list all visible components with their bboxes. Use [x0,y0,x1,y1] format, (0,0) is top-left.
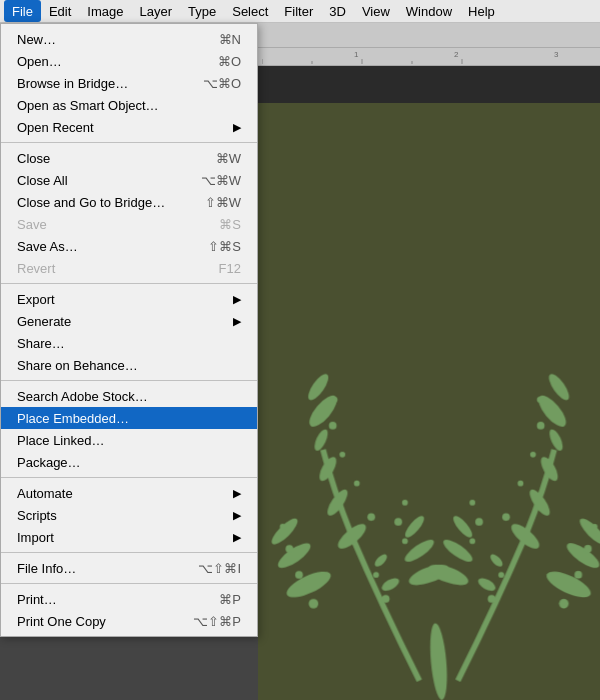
svg-point-9 [334,520,369,553]
menu-item-print[interactable]: Print… ⌘P [1,588,257,610]
svg-point-51 [283,566,334,602]
menubar-window[interactable]: Window [398,0,460,22]
menubar-file[interactable]: File [4,0,41,22]
menu-item-search-stock[interactable]: Search Adobe Stock… [1,385,257,407]
menu-shortcut: ⇧⌘S [188,239,241,254]
menu-item-label: Open… [17,54,62,69]
menubar-3d[interactable]: 3D [321,0,354,22]
menu-item-label: Save As… [17,239,78,254]
svg-point-32 [426,560,471,589]
menu-item-label: Place Embedded… [17,411,129,426]
menu-shortcut: ⇧⌘W [185,195,241,210]
svg-point-53 [268,515,301,548]
menu-item-new[interactable]: New… ⌘N [1,28,257,50]
menu-item-browse-bridge[interactable]: Browse in Bridge… ⌥⌘O [1,72,257,94]
menu-item-package[interactable]: Package… [1,451,257,473]
menu-separator [1,283,257,284]
menu-item-label: Share on Behance… [17,358,138,373]
menubar-edit[interactable]: Edit [41,0,79,22]
svg-point-37 [402,538,408,544]
submenu-arrow-icon: ▶ [213,509,241,522]
svg-point-63 [584,545,592,553]
menu-item-open-smart-object[interactable]: Open as Smart Object… [1,94,257,116]
menu-item-label: Open as Smart Object… [17,98,159,113]
svg-point-58 [543,566,594,602]
menu-item-label: Print One Copy [17,614,106,629]
svg-point-54 [309,599,319,609]
menu-item-label: Package… [17,455,81,470]
menu-item-print-one-copy[interactable]: Print One Copy ⌥⇧⌘P [1,610,257,632]
svg-point-45 [373,552,389,568]
menu-item-label: Revert [17,261,55,276]
menu-item-place-embedded[interactable]: Place Embedded… [1,407,257,429]
canvas-area: 1 2 3 [258,48,600,700]
menubar-filter[interactable]: Filter [276,0,321,22]
svg-text:1: 1 [354,50,359,59]
svg-point-41 [402,500,408,506]
svg-point-49 [373,572,379,578]
floral-pattern [258,103,600,700]
submenu-arrow-icon: ▶ [213,531,241,544]
menu-item-place-linked[interactable]: Place Linked… [1,429,257,451]
ruler-marks: 1 2 3 [262,48,596,65]
menu-item-automate[interactable]: Automate ▶ [1,482,257,504]
menu-item-share[interactable]: Share… [1,332,257,354]
menu-separator [1,552,257,553]
svg-point-57 [280,524,286,530]
menu-shortcut: F12 [199,261,241,276]
svg-point-35 [402,513,427,540]
menu-shortcut: ⌥⇧⌘I [178,561,241,576]
menu-item-open-recent[interactable]: Open Recent ▶ [1,116,257,138]
menu-shortcut: ⌘P [199,592,241,607]
menu-item-label: Scripts [17,508,57,523]
svg-point-64 [592,524,598,530]
menu-item-label: Place Linked… [17,433,104,448]
menu-item-share-behance[interactable]: Share on Behance… [1,354,257,376]
svg-point-29 [537,422,545,430]
svg-point-46 [488,552,504,568]
svg-point-18 [547,428,565,453]
svg-point-22 [354,480,360,486]
submenu-arrow-icon: ▶ [213,315,241,328]
svg-point-56 [286,545,294,553]
menu-separator [1,142,257,143]
menu-item-open[interactable]: Open… ⌘O [1,50,257,72]
menubar-help[interactable]: Help [460,0,503,22]
menu-item-label: Share… [17,336,65,351]
menubar: File Edit Image Layer Type Select Filter… [0,0,600,23]
file-menu-dropdown: New… ⌘N Open… ⌘O Browse in Bridge… ⌥⌘O O… [0,23,258,637]
menu-item-generate[interactable]: Generate ▶ [1,310,257,332]
menu-separator [1,583,257,584]
menu-item-close[interactable]: Close ⌘W [1,147,257,169]
svg-point-43 [380,575,401,593]
menu-item-file-info[interactable]: File Info… ⌥⇧⌘I [1,557,257,579]
menu-item-scripts[interactable]: Scripts ▶ [1,504,257,526]
svg-point-47 [382,595,390,603]
menu-item-label: Close and Go to Bridge… [17,195,165,210]
menubar-image[interactable]: Image [79,0,131,22]
menu-item-close-all[interactable]: Close All ⌥⌘W [1,169,257,191]
svg-point-52 [275,539,314,572]
menu-item-label: Browse in Bridge… [17,76,128,91]
svg-point-42 [469,500,475,506]
menu-item-export[interactable]: Export ▶ [1,288,257,310]
svg-point-8 [428,622,450,700]
menubar-layer[interactable]: Layer [132,0,181,22]
menu-item-label: New… [17,32,56,47]
menubar-type[interactable]: Type [180,0,224,22]
menu-item-label: Import [17,530,54,545]
menu-item-save-as[interactable]: Save As… ⇧⌘S [1,235,257,257]
menu-item-label: Automate [17,486,73,501]
menu-item-label: File Info… [17,561,76,576]
svg-point-50 [498,572,504,578]
menubar-view[interactable]: View [354,0,398,22]
menu-shortcut: ⌘W [196,151,241,166]
menu-item-revert[interactable]: Revert F12 [1,257,257,279]
menu-item-import[interactable]: Import ▶ [1,526,257,548]
menu-item-save[interactable]: Save ⌘S [1,213,257,235]
svg-point-12 [312,428,330,453]
svg-point-36 [450,513,475,540]
svg-point-40 [475,518,483,526]
menu-item-close-bridge[interactable]: Close and Go to Bridge… ⇧⌘W [1,191,257,213]
menubar-select[interactable]: Select [224,0,276,22]
